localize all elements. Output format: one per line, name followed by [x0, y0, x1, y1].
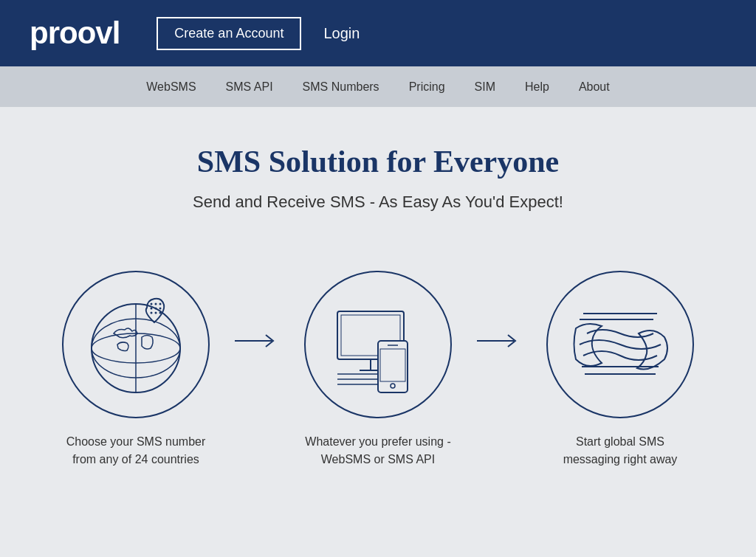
svg-point-6 — [159, 303, 162, 305]
feature-item-1: Choose your SMS number from any of 24 co… — [44, 271, 227, 468]
hero-title: SMS Solution for Everyone — [15, 144, 741, 179]
feature-text-1: Choose your SMS number from any of 24 co… — [62, 433, 210, 468]
nav-item-sms-api[interactable]: SMS API — [226, 80, 273, 94]
feature-circle-2 — [304, 271, 452, 418]
svg-point-10 — [151, 312, 153, 314]
features-section: Choose your SMS number from any of 24 co… — [0, 241, 756, 505]
nav-item-help[interactable]: Help — [525, 80, 549, 94]
nav-item-sms-numbers[interactable]: SMS Numbers — [303, 80, 379, 94]
svg-point-11 — [155, 312, 157, 314]
logo: proovl — [30, 15, 120, 51]
feature-item-2: Whatever you prefer using - WebSMS or SM… — [286, 271, 470, 468]
feature-item-3: Start global SMS messaging right away — [529, 271, 712, 468]
navigation: WebSMS SMS API SMS Numbers Pricing SIM H… — [0, 66, 756, 107]
feature-circle-3 — [546, 271, 694, 418]
feature-text-2: Whatever you prefer using - WebSMS or SM… — [304, 433, 452, 468]
svg-point-8 — [155, 308, 157, 310]
feature-text-3: Start global SMS messaging right away — [546, 433, 694, 468]
svg-point-12 — [159, 312, 162, 314]
nav-item-websms[interactable]: WebSMS — [146, 80, 196, 94]
hero-subtitle: Send and Receive SMS - As Easy As You'd … — [15, 193, 741, 212]
svg-point-7 — [151, 308, 153, 310]
login-button[interactable]: Login — [323, 25, 360, 42]
create-account-button[interactable]: Create an Account — [157, 17, 301, 50]
nav-item-pricing[interactable]: Pricing — [409, 80, 445, 94]
svg-point-5 — [155, 303, 157, 305]
hero-section: SMS Solution for Everyone Send and Recei… — [0, 107, 756, 241]
header: proovl Create an Account Login — [0, 0, 756, 66]
nav-item-sim[interactable]: SIM — [475, 80, 495, 94]
svg-point-4 — [151, 303, 153, 305]
feature-circle-1 — [62, 271, 210, 418]
nav-item-about[interactable]: About — [579, 80, 610, 94]
arrow-1 — [227, 330, 286, 352]
svg-point-9 — [159, 308, 162, 310]
arrow-2 — [470, 330, 529, 352]
